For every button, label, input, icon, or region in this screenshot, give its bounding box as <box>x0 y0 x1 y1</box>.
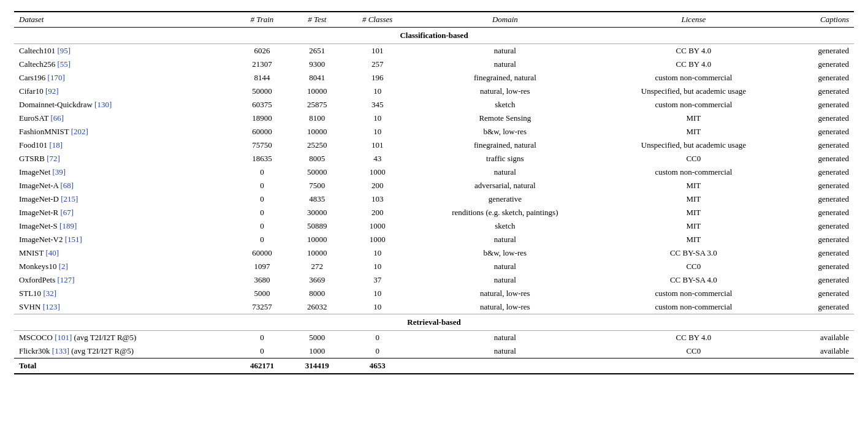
dataset-ref-link[interactable]: [67] <box>61 208 74 217</box>
cell-classes: 0 <box>345 331 410 345</box>
dataset-ref-link[interactable]: [55] <box>57 59 70 69</box>
section-label-0: Classification-based <box>14 28 854 44</box>
cell-license: CC BY 4.0 <box>600 331 788 345</box>
dataset-ref-link[interactable]: [130] <box>94 100 112 109</box>
cell-captions: generated <box>787 44 854 58</box>
cell-captions: generated <box>787 233 854 246</box>
cell-classes: 10 <box>345 246 410 260</box>
dataset-ref-link[interactable]: [189] <box>59 221 77 230</box>
dataset-cell: Domainnet-Quickdraw [130] <box>14 98 234 112</box>
table-header-row: Dataset # Train # Test # Classes Domain … <box>14 12 854 28</box>
col-header-test: # Test <box>289 12 345 28</box>
dataset-cell: FashionMNIST [202] <box>14 125 234 138</box>
col-header-train: # Train <box>234 12 289 28</box>
dataset-suffix: (avg T2I/I2T R@5) <box>69 346 134 355</box>
total-domain-empty <box>410 358 600 374</box>
dataset-name-text: Food101 <box>19 140 49 150</box>
dataset-name-text: MNIST <box>19 248 45 257</box>
dataset-name-text: SVHN <box>19 302 43 311</box>
table-row: ImageNet [39]0500001000naturalcustom non… <box>14 165 854 179</box>
cell-captions: generated <box>787 206 854 219</box>
cell-captions: generated <box>787 71 854 85</box>
table-row: Monkeys10 [2]109727210naturalCC0generate… <box>14 260 854 273</box>
dataset-ref-link[interactable]: [133] <box>52 346 69 355</box>
dataset-name-text: STL10 <box>19 289 43 298</box>
cell-captions: generated <box>787 112 854 125</box>
cell-train: 1097 <box>234 260 289 273</box>
dataset-cell: SVHN [123] <box>14 300 234 314</box>
cell-train: 73257 <box>234 300 289 314</box>
dataset-ref-link[interactable]: [151] <box>65 235 82 244</box>
cell-train: 18635 <box>234 152 289 165</box>
dataset-ref-link[interactable]: [215] <box>61 194 78 203</box>
cell-captions: generated <box>787 179 854 192</box>
dataset-ref-link[interactable]: [40] <box>45 248 59 257</box>
cell-test: 272 <box>289 260 345 273</box>
table-row: ImageNet-A [68]07500200adversarial, natu… <box>14 179 854 192</box>
cell-license: CC BY 4.0 <box>600 58 788 71</box>
cell-license: CC0 <box>600 344 788 358</box>
dataset-cell: ImageNet-A [68] <box>14 179 234 192</box>
cell-domain: traffic signs <box>410 152 600 165</box>
dataset-ref-link[interactable]: [202] <box>71 127 88 136</box>
dataset-name-text: Cars196 <box>19 73 48 82</box>
cell-domain: natural <box>410 233 600 246</box>
cell-license: CC BY 4.0 <box>600 44 788 58</box>
dataset-ref-link[interactable]: [123] <box>43 302 60 311</box>
cell-classes: 101 <box>345 138 410 152</box>
table-row: ImageNet-D [215]04835103generativeMITgen… <box>14 192 854 206</box>
cell-captions: generated <box>787 152 854 165</box>
cell-test: 4835 <box>289 192 345 206</box>
cell-classes: 10 <box>345 125 410 138</box>
dataset-ref-link[interactable]: [39] <box>53 167 66 176</box>
table-row: Cifar10 [92]500001000010natural, low-res… <box>14 85 854 98</box>
dataset-ref-link[interactable]: [127] <box>57 275 74 284</box>
cell-domain: b&w, low-res <box>410 246 600 260</box>
table-row: Caltech256 [55]213079300257naturalCC BY … <box>14 58 854 71</box>
cell-license: custom non-commercial <box>600 71 788 85</box>
dataset-ref-link[interactable]: [101] <box>55 333 72 342</box>
table-row: Cars196 [170]81448041196finegrained, nat… <box>14 71 854 85</box>
table-row: FashionMNIST [202]600001000010b&w, low-r… <box>14 125 854 138</box>
cell-test: 2651 <box>289 44 345 58</box>
cell-captions: generated <box>787 165 854 179</box>
dataset-ref-link[interactable]: [18] <box>49 140 63 150</box>
table-row: Domainnet-Quickdraw [130]6037525875345sk… <box>14 98 854 112</box>
cell-test: 9300 <box>289 58 345 71</box>
table-row: STL10 [32]5000800010natural, low-rescust… <box>14 287 854 300</box>
cell-classes: 196 <box>345 71 410 85</box>
dataset-name-text: Flickr30k <box>19 346 52 355</box>
dataset-ref-link[interactable]: [66] <box>50 113 64 123</box>
dataset-name-text: ImageNet-S <box>19 221 59 230</box>
dataset-ref-link[interactable]: [68] <box>61 181 74 190</box>
dataset-ref-link[interactable]: [170] <box>48 73 65 82</box>
dataset-ref-link[interactable]: [92] <box>45 86 59 96</box>
cell-captions: generated <box>787 273 854 287</box>
col-header-license: License <box>600 12 788 28</box>
main-table: Dataset # Train # Test # Classes Domain … <box>14 11 854 374</box>
dataset-ref-link[interactable]: [32] <box>43 289 56 298</box>
dataset-cell: Caltech101 [95] <box>14 44 234 58</box>
cell-classes: 10 <box>345 85 410 98</box>
cell-classes: 10 <box>345 287 410 300</box>
table-row: MSCOCO [101] (avg T2I/I2T R@5)050000natu… <box>14 331 854 345</box>
dataset-name-text: ImageNet <box>19 167 53 176</box>
dataset-ref-link[interactable]: [95] <box>57 46 70 55</box>
dataset-cell: ImageNet [39] <box>14 165 234 179</box>
dataset-ref-link[interactable]: [2] <box>59 262 68 271</box>
cell-license: MIT <box>600 233 788 246</box>
cell-classes: 37 <box>345 273 410 287</box>
cell-domain: finegrained, natural <box>410 71 600 85</box>
cell-train: 50000 <box>234 85 289 98</box>
cell-classes: 345 <box>345 98 410 112</box>
cell-captions: generated <box>787 219 854 233</box>
cell-test: 3669 <box>289 273 345 287</box>
cell-test: 5000 <box>289 331 345 345</box>
cell-train: 60000 <box>234 125 289 138</box>
section-label-1: Retrieval-based <box>14 314 854 331</box>
total-row: Total4621713144194653 <box>14 358 854 374</box>
cell-test: 10000 <box>289 85 345 98</box>
cell-domain: Remote Sensing <box>410 112 600 125</box>
dataset-ref-link[interactable]: [72] <box>47 154 60 163</box>
cell-test: 25250 <box>289 138 345 152</box>
